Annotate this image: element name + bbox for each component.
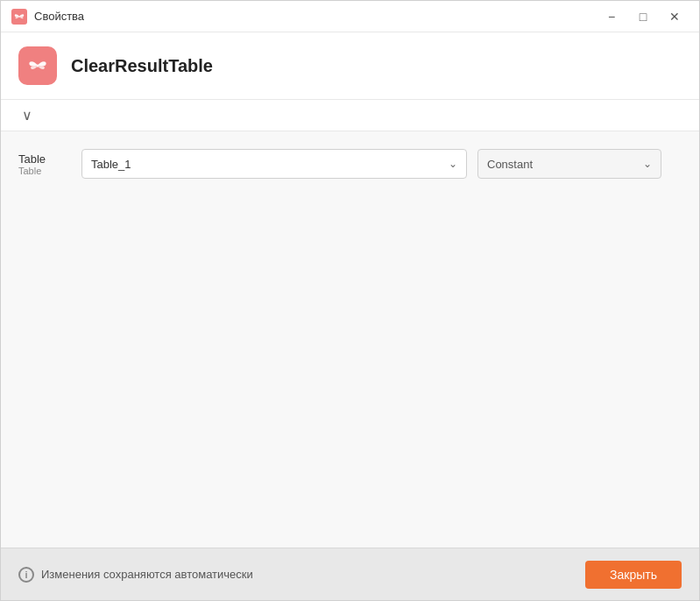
title-bar-controls: − □ ✕ <box>597 4 689 29</box>
maximize-button[interactable]: □ <box>629 4 657 29</box>
table-dropdown-value: Table_1 <box>91 158 131 171</box>
minimize-button[interactable]: − <box>597 4 626 29</box>
type-dropdown[interactable]: Constant ⌄ <box>477 149 661 179</box>
table-dropdown[interactable]: Table_1 ⌄ <box>81 149 467 179</box>
footer: i Изменения сохраняются автоматически За… <box>1 548 699 600</box>
title-bar-icon <box>11 9 27 25</box>
svg-point-1 <box>18 16 20 18</box>
butterfly-icon <box>25 53 50 78</box>
svg-point-2 <box>37 64 39 67</box>
app-title: ClearResultTable <box>71 56 213 76</box>
param-row-table: Table Table Table_1 ⌄ Constant ⌄ <box>18 149 682 179</box>
main-window: Свойства − □ ✕ ClearResultTable ∨ Table <box>0 0 700 601</box>
param-label-table: Table Table <box>18 152 71 176</box>
footer-info: i Изменения сохраняются автоматически <box>18 567 253 583</box>
auto-save-text: Изменения сохраняются автоматически <box>41 568 253 581</box>
title-bar: Свойства − □ ✕ <box>1 1 699 32</box>
param-label-top: Table <box>18 152 71 166</box>
collapse-row: ∨ <box>1 100 699 131</box>
app-header: ClearResultTable <box>1 32 699 100</box>
param-label-sub: Table <box>18 166 71 176</box>
close-button[interactable]: Закрыть <box>585 561 682 589</box>
app-icon <box>18 46 57 85</box>
info-icon: i <box>18 567 34 583</box>
title-bar-text: Свойства <box>34 10 84 23</box>
type-dropdown-chevron: ⌄ <box>643 158 652 170</box>
collapse-button[interactable]: ∨ <box>18 105 36 125</box>
content-area: Table Table Table_1 ⌄ Constant ⌄ <box>1 131 699 548</box>
close-window-button[interactable]: ✕ <box>661 4 689 29</box>
table-dropdown-chevron: ⌄ <box>449 158 457 170</box>
type-dropdown-value: Constant <box>487 158 533 171</box>
title-bar-left: Свойства <box>11 9 84 25</box>
